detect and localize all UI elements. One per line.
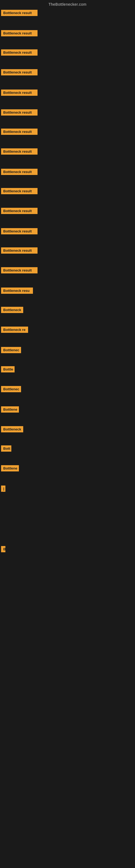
bottleneck-result-label: Bott bbox=[1, 445, 11, 452]
bottleneck-result-label: Bottleneck result bbox=[1, 169, 38, 175]
bottleneck-result-label: Bottleneck result bbox=[1, 90, 38, 96]
list-item: Bottleneck result bbox=[0, 50, 135, 56]
bottleneck-result-label: Bottleneck result bbox=[1, 188, 38, 194]
bottleneck-result-label: Bottleneck result bbox=[1, 228, 38, 235]
list-item: | bbox=[0, 486, 135, 492]
list-item: Bottleneck result bbox=[0, 109, 135, 116]
bottleneck-result-label: Bottlenec bbox=[1, 386, 21, 392]
list-item: B bbox=[0, 546, 135, 552]
list-item: Bottleneck bbox=[0, 307, 135, 313]
list-item: Bottleneck result bbox=[0, 169, 135, 175]
list-item: Bottlene bbox=[0, 465, 135, 471]
bottleneck-result-label: Bottleneck result bbox=[1, 30, 38, 36]
bottleneck-result-label: Bottleneck bbox=[1, 426, 23, 432]
list-item: Bottleneck result bbox=[0, 188, 135, 194]
bottleneck-result-label: Bottleneck result bbox=[1, 247, 38, 254]
list-item: Bottlenec bbox=[0, 347, 135, 353]
list-item: Bottleneck result bbox=[0, 30, 135, 36]
list-item: Bottleneck resu bbox=[0, 287, 135, 294]
bottleneck-result-label: Bottleneck result bbox=[1, 109, 38, 116]
bottleneck-result-label: Bottleneck result bbox=[1, 208, 38, 214]
bottleneck-result-label: Bottleneck bbox=[1, 307, 23, 313]
bottleneck-result-label: Bottle bbox=[1, 366, 14, 372]
bottleneck-result-label: Bottlenec bbox=[1, 347, 21, 353]
bottleneck-result-label: Bottlene bbox=[1, 465, 19, 471]
list-item: Bottleneck re bbox=[0, 327, 135, 333]
bottleneck-result-label: Bottleneck result bbox=[1, 129, 38, 135]
bottleneck-result-label: Bottleneck result bbox=[1, 69, 38, 75]
bottleneck-result-label: Bottleneck result bbox=[1, 10, 38, 16]
list-item: Bottleneck result bbox=[0, 129, 135, 135]
bottleneck-result-label: Bottleneck re bbox=[1, 327, 28, 333]
bottleneck-result-label: Bottleneck result bbox=[1, 50, 38, 56]
list-item: Bottlene bbox=[0, 406, 135, 412]
list-item: Bottlenec bbox=[0, 386, 135, 392]
bottleneck-result-label: Bottlene bbox=[1, 406, 19, 412]
list-item: Bottleneck result bbox=[0, 228, 135, 235]
list-item: Bottle bbox=[0, 366, 135, 372]
list-item: Bottleneck result bbox=[0, 148, 135, 155]
list-item: Bottleneck result bbox=[0, 247, 135, 254]
bottleneck-result-label: Bottleneck resu bbox=[1, 287, 33, 294]
list-item: Bottleneck bbox=[0, 426, 135, 432]
bottleneck-result-label: Bottleneck result bbox=[1, 148, 38, 155]
list-item: Bottleneck result bbox=[0, 208, 135, 214]
site-header: TheBottlenecker.com bbox=[0, 0, 135, 10]
bottleneck-result-label: | bbox=[1, 486, 5, 492]
list-item: Bott bbox=[0, 445, 135, 452]
list-item: Bottleneck result bbox=[0, 10, 135, 16]
bottleneck-result-label: B bbox=[1, 546, 5, 552]
list-item: Bottleneck result bbox=[0, 90, 135, 96]
list-item: Bottleneck result bbox=[0, 69, 135, 75]
bottleneck-result-label: Bottleneck result bbox=[1, 267, 38, 273]
list-item: Bottleneck result bbox=[0, 267, 135, 273]
